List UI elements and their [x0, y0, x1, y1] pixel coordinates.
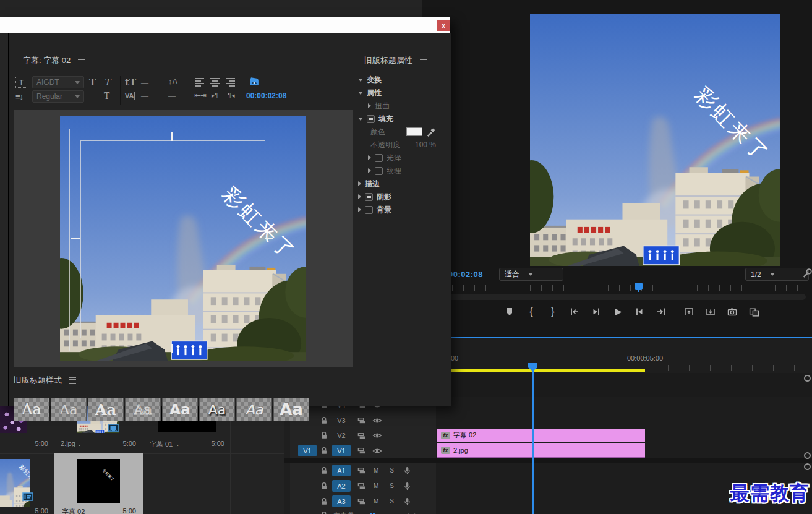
leading-value[interactable]: —	[168, 92, 176, 101]
tab-stops-icon[interactable]: ≡↕	[15, 92, 23, 101]
texture-checkbox[interactable]	[375, 167, 383, 175]
title-style-swatch-7[interactable]: Aa	[236, 398, 272, 421]
sync-lock-icon[interactable]	[357, 466, 366, 475]
chevron-down-icon[interactable]	[358, 79, 363, 82]
align-right-button[interactable]	[226, 78, 235, 88]
title-style-swatch-6[interactable]: Aa	[199, 398, 235, 421]
show-background-video-icon[interactable]	[249, 76, 260, 87]
sync-lock-icon[interactable]	[357, 446, 366, 455]
voiceover-mic-icon[interactable]	[403, 481, 412, 490]
scrollbar-knob[interactable]	[804, 463, 811, 470]
monitor-mini-ruler[interactable]	[452, 285, 808, 291]
title-style-swatch-5[interactable]: Aa	[162, 398, 198, 421]
chevron-right-icon[interactable]	[358, 207, 361, 212]
tab-ruler-icon[interactable]: ⇤⇥	[194, 91, 207, 100]
project-item-sequence-thumbnail[interactable]	[0, 459, 30, 507]
playhead-line[interactable]	[532, 363, 534, 514]
playback-resolution-select[interactable]: 1/2	[745, 268, 809, 281]
align-left-button[interactable]	[195, 78, 204, 88]
align-center-button[interactable]	[210, 78, 220, 87]
title-canvas[interactable]	[14, 110, 353, 367]
track-button-a2[interactable]: A2	[332, 480, 351, 492]
go-to-in-button[interactable]	[568, 305, 581, 319]
extract-button[interactable]	[704, 305, 717, 319]
chevron-right-icon[interactable]	[368, 168, 371, 173]
fx-badge[interactable]: fx	[441, 447, 450, 454]
sync-lock-icon[interactable]	[357, 431, 366, 440]
step-forward-button[interactable]	[633, 305, 646, 319]
lock-icon[interactable]	[320, 416, 328, 425]
track-button-v1[interactable]: V1	[332, 445, 351, 456]
lock-icon[interactable]	[320, 466, 328, 475]
eyedropper-icon[interactable]	[426, 127, 435, 137]
paragraph-rtl-icon[interactable]: ¶◂	[228, 92, 234, 100]
project-item-zimu01-name[interactable]: 字幕 01	[150, 440, 173, 449]
shadow-checkbox[interactable]	[365, 193, 373, 201]
italic-button[interactable]: T	[104, 77, 110, 88]
mute-button[interactable]: M	[374, 482, 378, 489]
track-button-v3[interactable]: V3	[332, 414, 351, 426]
selection-handle-left[interactable]	[71, 238, 80, 239]
mute-button[interactable]: M	[374, 498, 378, 505]
step-back-button[interactable]	[589, 305, 603, 319]
selection-handle-right[interactable]	[265, 238, 273, 239]
project-item-zimu02-thumbnail[interactable]: 彩虹来了	[77, 459, 120, 503]
chevron-right-icon[interactable]	[368, 155, 371, 160]
fx-badge[interactable]: fx	[441, 432, 450, 439]
zoom-level-select[interactable]: 适合	[499, 268, 563, 281]
background-video-timecode[interactable]: 00:00:02:08	[246, 92, 286, 100]
sheen-checkbox[interactable]	[375, 154, 383, 162]
export-frame-button[interactable]	[725, 305, 739, 319]
project-item-2jpg-name[interactable]: 2.jpg	[61, 440, 75, 447]
chevron-down-icon[interactable]	[358, 118, 363, 121]
av-divider[interactable]	[284, 458, 812, 463]
go-to-out-button[interactable]	[654, 305, 668, 319]
lock-icon[interactable]	[320, 431, 328, 440]
mark-in-button[interactable]: {	[524, 305, 538, 319]
track-button-a3[interactable]: A3	[332, 495, 351, 507]
scrollbar-knob[interactable]	[804, 452, 811, 459]
lock-icon[interactable]	[320, 511, 328, 514]
solo-button[interactable]: S	[390, 482, 394, 489]
close-button[interactable]: x	[437, 20, 450, 31]
scrollbar-knob[interactable]	[804, 375, 811, 382]
leading-icon[interactable]: ↕A	[168, 77, 177, 86]
kerning-value[interactable]: —	[141, 92, 148, 101]
title-style-swatch-2[interactable]: Aa	[51, 398, 87, 421]
title-style-swatch-1[interactable]: Aa	[14, 398, 49, 421]
toggle-track-output-icon[interactable]	[372, 430, 382, 440]
mark-out-button[interactable]: }	[546, 305, 560, 319]
chevron-down-icon[interactable]	[358, 92, 363, 95]
lift-button[interactable]	[682, 305, 696, 319]
work-area-bar[interactable]	[437, 369, 645, 372]
underline-button[interactable]: T	[104, 91, 109, 101]
source-patch-v1[interactable]: V1	[298, 445, 317, 456]
paragraph-ltr-icon[interactable]: ▸¶	[212, 92, 218, 100]
settings-wrench-icon[interactable]	[802, 268, 812, 278]
sync-lock-icon[interactable]	[357, 416, 366, 425]
project-item-zimu02-selected-cell[interactable]: 彩虹来了 字幕 02 . 5:00	[54, 453, 143, 514]
chevron-right-icon[interactable]	[358, 194, 361, 199]
track-button-v2[interactable]: V2	[332, 430, 351, 442]
solo-button[interactable]: S	[390, 467, 394, 474]
kerning-icon[interactable]: VA	[124, 92, 135, 100]
sync-lock-icon[interactable]	[357, 497, 366, 506]
monitor-scroll-zone[interactable]	[429, 294, 806, 300]
title-style-swatch-8[interactable]: Aa	[273, 398, 309, 421]
toggle-track-output-icon[interactable]	[372, 446, 382, 456]
voiceover-mic-icon[interactable]	[403, 466, 412, 475]
clip-zimu02[interactable]: fx 字幕 02	[437, 429, 645, 442]
toggle-track-output-icon[interactable]	[372, 416, 382, 426]
track-button-a1[interactable]: A1	[332, 465, 351, 476]
bold-button[interactable]: T	[89, 77, 96, 88]
selection-handle-top[interactable]	[171, 132, 173, 141]
title-style-swatch-4[interactable]: Aa	[125, 398, 161, 421]
lock-icon[interactable]	[320, 482, 328, 490]
chevron-right-icon[interactable]	[358, 181, 361, 186]
play-button[interactable]	[611, 305, 625, 319]
font-size-value[interactable]: —	[141, 79, 148, 87]
title-window-titlebar[interactable]: x	[0, 17, 450, 33]
fill-color-swatch[interactable]	[406, 127, 422, 136]
font-family-select[interactable]: AIGDT	[32, 76, 84, 88]
background-checkbox[interactable]	[365, 206, 373, 214]
